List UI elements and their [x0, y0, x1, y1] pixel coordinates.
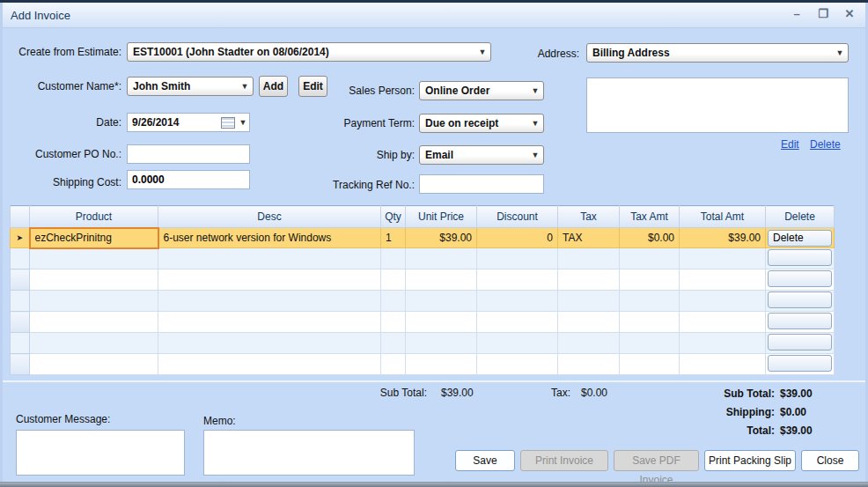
grid-header-delete[interactable]: Delete — [766, 206, 835, 228]
empty-cell[interactable] — [30, 354, 158, 375]
empty-cell[interactable] — [620, 333, 680, 354]
empty-cell[interactable] — [680, 354, 766, 375]
cell-tax-amt[interactable]: $0.00 — [620, 228, 680, 248]
grid-header-desc[interactable]: Desc — [158, 206, 381, 228]
tracking-ref-input[interactable] — [419, 174, 544, 194]
empty-cell[interactable] — [158, 269, 381, 291]
close-button[interactable]: Close — [801, 450, 859, 471]
delete-row-button[interactable] — [768, 249, 832, 266]
shipping-cost-input[interactable] — [127, 170, 250, 189]
empty-cell[interactable] — [30, 312, 158, 333]
ship-by-select[interactable]: Email ▼ — [419, 145, 544, 165]
delete-row-button[interactable] — [768, 291, 832, 308]
empty-cell[interactable] — [680, 312, 766, 333]
address-text-box[interactable] — [586, 77, 849, 133]
grid-header-discount[interactable]: Discount — [477, 206, 558, 228]
address-delete-link[interactable]: Delete — [810, 138, 841, 151]
empty-cell[interactable] — [620, 269, 680, 291]
empty-cell[interactable] — [620, 312, 680, 333]
empty-cell[interactable] — [680, 291, 766, 312]
cell-qty[interactable]: 1 — [381, 228, 406, 248]
empty-cell[interactable] — [477, 312, 558, 333]
empty-cell[interactable] — [381, 269, 406, 291]
empty-cell[interactable] — [30, 333, 158, 354]
cell-product[interactable]: ezCheckPrinitng — [30, 228, 158, 248]
grid-header-qty[interactable]: Qty — [381, 206, 406, 228]
payment-term-select[interactable]: Due on receipt ▼ — [419, 114, 544, 133]
save-button[interactable]: Save — [455, 450, 515, 471]
empty-cell[interactable] — [158, 248, 381, 269]
empty-cell[interactable] — [158, 312, 381, 333]
row-selector-cell[interactable] — [11, 333, 30, 354]
date-picker[interactable]: 9/26/2014 ▼ — [127, 113, 250, 132]
empty-cell[interactable] — [381, 333, 406, 354]
empty-cell[interactable] — [406, 354, 477, 375]
empty-cell[interactable] — [680, 269, 766, 291]
grid-header-total-amt[interactable]: Total Amt — [680, 206, 766, 228]
empty-cell[interactable] — [381, 291, 406, 312]
grid-header-product[interactable]: Product — [30, 206, 158, 228]
empty-cell[interactable] — [406, 248, 477, 269]
customer-po-input[interactable] — [127, 144, 250, 164]
empty-cell[interactable] — [477, 248, 558, 269]
empty-cell[interactable] — [30, 291, 158, 312]
memo-input[interactable] — [203, 430, 415, 476]
row-selector-arrow-icon[interactable]: ➤ — [11, 228, 30, 248]
print-invoice-button[interactable]: Print Invoice — [520, 450, 608, 471]
row-selector-cell[interactable] — [11, 269, 30, 291]
edit-customer-button[interactable]: Edit — [298, 76, 327, 97]
empty-cell[interactable] — [680, 333, 766, 354]
address-select[interactable]: Billing Address ▼ — [586, 43, 849, 63]
create-from-estimate-select[interactable]: EST10001 (John Stadter on 08/06/2014) ▼ — [127, 42, 491, 62]
empty-cell[interactable] — [406, 269, 477, 291]
sales-person-select[interactable]: Online Order ▼ — [419, 81, 544, 100]
close-icon[interactable]: ✕ — [842, 7, 857, 20]
empty-cell[interactable] — [620, 354, 680, 375]
empty-cell[interactable] — [381, 248, 406, 269]
save-pdf-invoice-button[interactable]: Save PDF Invoice — [614, 450, 699, 471]
cell-discount[interactable]: 0 — [477, 228, 558, 248]
delete-row-button[interactable]: Delete — [768, 230, 832, 247]
empty-cell[interactable] — [477, 291, 558, 312]
empty-cell[interactable] — [30, 248, 158, 269]
customer-name-select[interactable]: John Smith ▼ — [127, 77, 254, 96]
empty-cell[interactable] — [30, 269, 158, 291]
row-selector-cell[interactable] — [11, 291, 30, 312]
empty-cell[interactable] — [558, 269, 620, 291]
minimize-icon[interactable]: – — [790, 7, 804, 20]
empty-cell[interactable] — [406, 291, 477, 312]
grid-header-tax[interactable]: Tax — [558, 206, 620, 228]
maximize-icon[interactable]: ❐ — [816, 7, 830, 20]
cell-unit-price[interactable]: $39.00 — [406, 228, 477, 248]
grid-header-unit-price[interactable]: Unit Price — [406, 206, 477, 228]
row-selector-cell[interactable] — [11, 354, 30, 375]
row-selector-cell[interactable] — [11, 248, 30, 269]
delete-row-button[interactable] — [768, 270, 832, 287]
empty-cell[interactable] — [558, 291, 620, 312]
cell-desc[interactable]: 6-user network version for Windows — [158, 228, 381, 248]
add-customer-button[interactable]: Add — [259, 76, 288, 97]
row-selector-cell[interactable] — [11, 312, 30, 333]
empty-cell[interactable] — [381, 354, 406, 375]
empty-cell[interactable] — [406, 333, 477, 354]
empty-cell[interactable] — [558, 248, 620, 269]
cell-total-amt[interactable]: $39.00 — [680, 228, 766, 248]
empty-cell[interactable] — [477, 354, 558, 375]
empty-cell[interactable] — [558, 312, 620, 333]
empty-cell[interactable] — [680, 248, 766, 269]
empty-cell[interactable] — [158, 333, 381, 354]
empty-cell[interactable] — [477, 269, 558, 291]
empty-cell[interactable] — [558, 354, 620, 375]
empty-cell[interactable] — [620, 248, 680, 269]
empty-cell[interactable] — [381, 312, 406, 333]
empty-cell[interactable] — [158, 291, 381, 312]
delete-row-button[interactable] — [768, 313, 832, 329]
grid-header-tax-amt[interactable]: Tax Amt — [620, 206, 680, 228]
empty-cell[interactable] — [620, 291, 680, 312]
empty-cell[interactable] — [158, 354, 381, 375]
delete-row-button[interactable] — [768, 355, 832, 372]
cell-tax[interactable]: TAX — [558, 228, 620, 248]
address-edit-link[interactable]: Edit — [781, 138, 799, 151]
print-packing-slip-button[interactable]: Print Packing Slip — [704, 450, 796, 471]
empty-cell[interactable] — [558, 333, 620, 354]
